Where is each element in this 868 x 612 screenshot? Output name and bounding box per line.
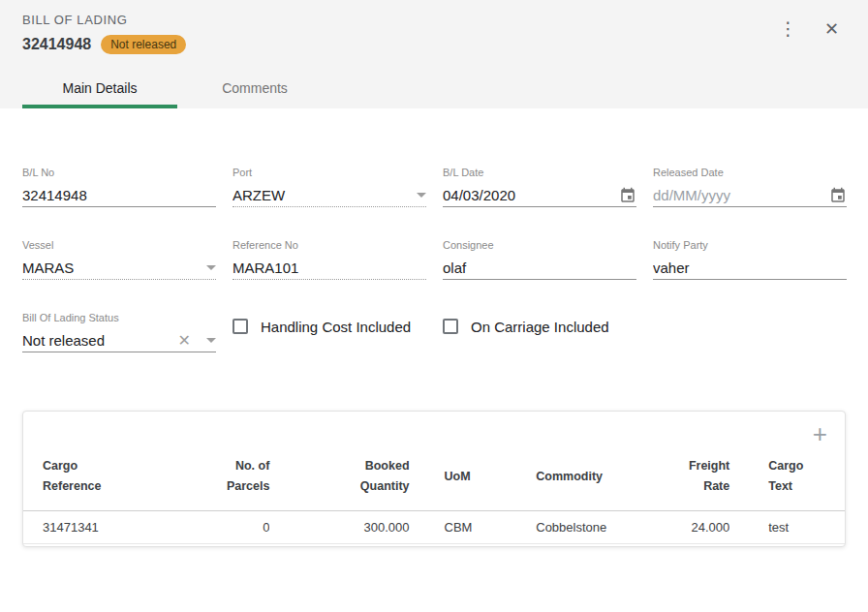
cargo-table-row[interactable]: 31471341 0 300.000 CBM Cobbelstone 24.00…	[23, 511, 845, 544]
header-actions: ⋮ ✕	[775, 19, 839, 39]
cell-uom: CBM	[410, 511, 525, 544]
field-consignee: Consignee olaf	[443, 239, 636, 280]
bl-date-input[interactable]: 04/03/2020	[443, 184, 636, 207]
col-header-cargo-text: Cargo Text	[729, 444, 845, 511]
tab-main-details-label: Main Details	[62, 80, 137, 96]
chevron-down-icon[interactable]	[417, 193, 426, 198]
tab-comments-label: Comments	[222, 80, 288, 96]
on-carriage-checkbox-row: On Carriage Included	[443, 316, 636, 337]
reference-no-value: MARA101	[232, 260, 426, 276]
col-header-booked-quantity: Booked Quantity	[269, 444, 409, 511]
calendar-icon[interactable]	[619, 187, 636, 204]
status-badge: Not released	[101, 35, 186, 54]
bl-status-select[interactable]: Not released ✕	[22, 329, 216, 352]
field-vessel: Vessel MARAS	[22, 239, 216, 280]
field-notify-party: Notify Party vaher	[653, 239, 847, 280]
handling-cost-checkbox-row: Handling Cost Included	[232, 316, 426, 337]
bl-no-input[interactable]: 32414948	[22, 184, 216, 207]
main-details-panel: B/L No 32414948 Port ARZEW B/L Date 04/0…	[0, 167, 868, 352]
dialog-title: BILL OF LADING	[22, 13, 868, 27]
field-released-date-label: Released Date	[653, 167, 847, 179]
form-grid: B/L No 32414948 Port ARZEW B/L Date 04/0…	[22, 167, 846, 352]
notify-party-value: vaher	[653, 260, 847, 276]
cell-cargo-reference: 31471341	[23, 511, 204, 544]
form-grid-spacer	[653, 312, 847, 352]
port-select[interactable]: ARZEW	[232, 184, 426, 207]
col-header-uom: UoM	[410, 444, 525, 511]
clear-x-icon[interactable]: ✕	[178, 331, 191, 350]
consignee-input[interactable]: olaf	[443, 257, 636, 280]
tab-main-details[interactable]: Main Details	[22, 68, 177, 108]
field-bl-status-label: Bill Of Lading Status	[22, 312, 216, 324]
tab-bar: Main Details Comments	[22, 68, 868, 108]
field-notify-party-label: Notify Party	[653, 239, 847, 252]
consignee-value: olaf	[443, 260, 636, 276]
on-carriage-checkbox[interactable]	[443, 319, 458, 334]
col-header-no-of-parcels: No. of Parcels	[204, 444, 270, 511]
port-value: ARZEW	[232, 187, 411, 203]
handling-cost-label: Handling Cost Included	[261, 319, 411, 335]
field-port-label: Port	[232, 167, 426, 179]
on-carriage-label: On Carriage Included	[471, 319, 609, 335]
bl-no-value: 32414948	[22, 187, 216, 203]
dialog-subtitle-row: 32414948 Not released	[22, 35, 868, 54]
cell-no-of-parcels: 0	[204, 511, 270, 544]
cargo-table: Cargo Reference No. of Parcels Booked Qu…	[23, 444, 845, 544]
bl-number: 32414948	[22, 36, 91, 53]
field-released-date: Released Date dd/MM/yyyy	[653, 167, 847, 207]
cargo-card: + Cargo Reference No. of Parcels Booked …	[22, 411, 846, 547]
close-icon[interactable]: ✕	[824, 19, 839, 39]
bill-of-lading-dialog: BILL OF LADING 32414948 Not released ⋮ ✕…	[0, 0, 868, 612]
cell-booked-quantity: 300.000	[269, 511, 409, 544]
field-bl-date-label: B/L Date	[443, 167, 636, 179]
field-bl-date: B/L Date 04/03/2020	[443, 167, 636, 207]
field-bl-no-label: B/L No	[22, 167, 216, 179]
col-header-commodity: Commodity	[524, 444, 647, 511]
tab-comments[interactable]: Comments	[177, 68, 332, 108]
cell-cargo-text: test	[729, 511, 845, 544]
chevron-down-icon[interactable]	[206, 338, 216, 343]
kebab-menu-icon[interactable]: ⋮	[775, 19, 801, 39]
handling-cost-checkbox[interactable]	[232, 319, 248, 334]
chevron-down-icon[interactable]	[206, 265, 216, 270]
field-bl-status: Bill Of Lading Status Not released ✕	[22, 312, 216, 352]
calendar-icon[interactable]	[829, 187, 847, 204]
col-header-freight-rate: Freight Rate	[647, 444, 729, 511]
cell-commodity: Cobbelstone	[524, 511, 647, 544]
released-date-placeholder: dd/MM/yyyy	[653, 187, 823, 203]
released-date-input[interactable]: dd/MM/yyyy	[653, 184, 847, 207]
bl-status-value: Not released	[22, 332, 178, 349]
bl-date-value: 04/03/2020	[443, 187, 613, 203]
vessel-value: MARAS	[22, 260, 201, 276]
dialog-header: BILL OF LADING 32414948 Not released ⋮ ✕…	[0, 0, 868, 108]
vessel-select[interactable]: MARAS	[22, 257, 216, 280]
notify-party-input[interactable]: vaher	[653, 257, 847, 280]
field-reference-no: Reference No MARA101	[232, 239, 426, 280]
reference-no-input[interactable]: MARA101	[232, 257, 426, 280]
col-header-cargo-reference: Cargo Reference	[23, 444, 204, 511]
field-port: Port ARZEW	[232, 167, 426, 207]
cargo-table-header-row: Cargo Reference No. of Parcels Booked Qu…	[23, 444, 845, 511]
field-consignee-label: Consignee	[443, 239, 636, 252]
plus-icon[interactable]: +	[813, 423, 827, 444]
field-reference-no-label: Reference No	[232, 239, 426, 252]
cell-freight-rate: 24.000	[647, 511, 729, 544]
field-bl-no: B/L No 32414948	[22, 167, 216, 207]
field-vessel-label: Vessel	[22, 239, 216, 252]
cargo-card-toolbar: +	[23, 412, 845, 444]
